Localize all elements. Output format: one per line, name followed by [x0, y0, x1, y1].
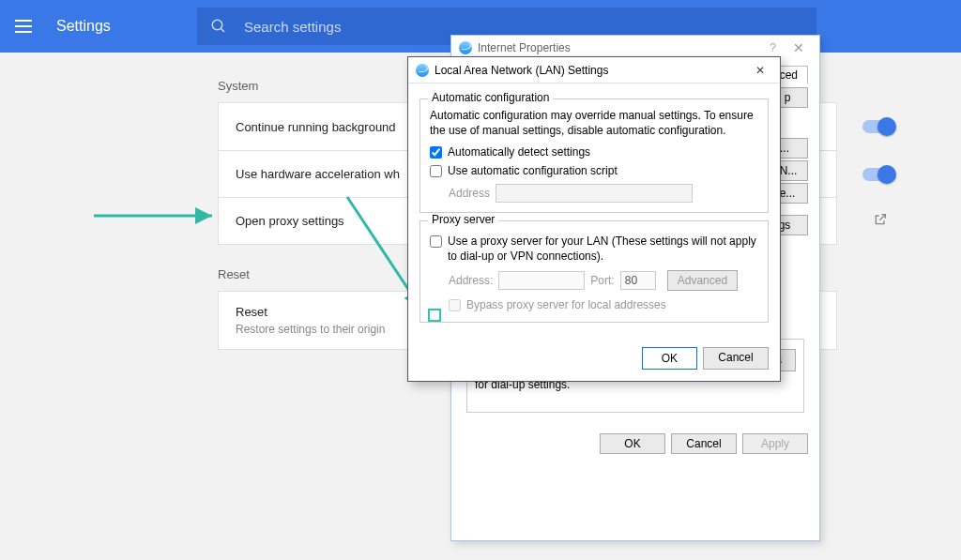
page-title: Settings: [56, 18, 197, 35]
use-proxy-label: Use a proxy server for your LAN (These s…: [448, 235, 758, 264]
proxy-port-label: Port:: [590, 274, 614, 287]
toggle-background-apps[interactable]: [862, 120, 892, 133]
proxy-advanced-button[interactable]: Advanced: [667, 270, 738, 291]
ip-ok-button[interactable]: OK: [600, 433, 665, 454]
external-link-icon: [873, 212, 888, 230]
lan-cancel-button[interactable]: Cancel: [703, 347, 769, 370]
ie-icon: [416, 64, 429, 77]
ie-icon: [459, 41, 472, 54]
close-icon[interactable]: ✕: [786, 38, 812, 57]
row-label: Continue running background: [236, 120, 396, 134]
use-proxy-checkbox[interactable]: [430, 235, 442, 248]
close-icon[interactable]: ✕: [748, 62, 772, 79]
toggle-hw-accel[interactable]: [862, 168, 892, 181]
row-label: Use hardware acceleration wh: [236, 167, 400, 181]
menu-icon[interactable]: [15, 15, 38, 38]
proxy-address-input: [498, 271, 585, 290]
ip-footer: OK Cancel Apply: [451, 428, 819, 463]
proxy-port-input: [620, 271, 656, 290]
lan-ok-button[interactable]: OK: [642, 347, 697, 370]
lan-footer: OK Cancel: [408, 338, 780, 381]
auto-script-checkbox[interactable]: [430, 165, 442, 177]
search-icon: [210, 18, 227, 35]
search-input[interactable]: [244, 19, 803, 35]
lan-dialog-title: Local Area Network (LAN) Settings: [435, 64, 748, 77]
bypass-checkbox: [449, 299, 461, 311]
bypass-label: Bypass proxy server for local addresses: [466, 298, 666, 313]
ip-dialog-title: Internet Properties: [478, 41, 770, 54]
lan-titlebar: Local Area Network (LAN) Settings ✕: [408, 57, 780, 83]
help-icon[interactable]: ?: [770, 41, 776, 54]
auto-config-text: Automatic configuration may override man…: [430, 109, 758, 138]
proxy-address-label: Address:: [449, 274, 493, 287]
ip-cancel-button[interactable]: Cancel: [671, 433, 737, 454]
auto-config-title: Automatic configuration: [428, 91, 553, 104]
ip-apply-button: Apply: [742, 433, 808, 454]
svg-point-0: [212, 20, 222, 30]
proxy-group: Proxy server Use a proxy server for your…: [419, 220, 769, 323]
script-address-label: Address: [449, 187, 490, 200]
proxy-title: Proxy server: [428, 213, 498, 226]
auto-config-group: Automatic configuration Automatic config…: [419, 98, 769, 213]
lan-settings-dialog: Local Area Network (LAN) Settings ✕ Auto…: [407, 56, 781, 382]
svg-line-1: [221, 28, 224, 32]
auto-script-label: Use automatic configuration script: [448, 164, 618, 179]
auto-detect-checkbox[interactable]: [430, 146, 442, 159]
script-address-input: [496, 184, 693, 203]
auto-detect-label: Automatically detect settings: [448, 145, 590, 160]
row-label: Open proxy settings: [236, 214, 344, 228]
